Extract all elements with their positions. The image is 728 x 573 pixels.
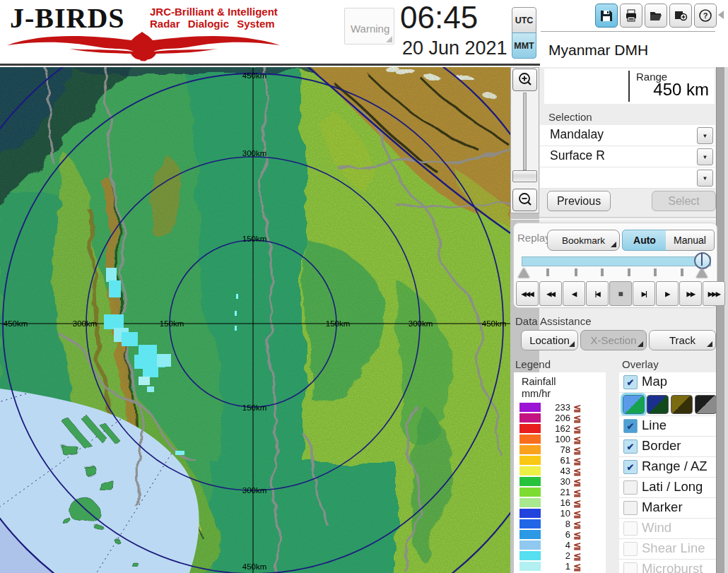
checkbox-unchecked[interactable] <box>623 501 638 515</box>
zoom-slider-handle[interactable] <box>512 170 537 182</box>
zoom-in-button[interactable] <box>512 69 537 91</box>
overlay-item-marker[interactable]: Marker <box>619 497 716 518</box>
legend-row: 10≦ <box>514 508 606 519</box>
map-style-olive-dark-button[interactable] <box>671 395 693 414</box>
checkbox-unchecked[interactable] <box>623 521 638 536</box>
legend-value: 10 <box>544 508 570 519</box>
checkbox-checked[interactable]: ✔ <box>623 419 638 433</box>
manual-button[interactable]: Manual <box>666 230 715 251</box>
chevron-down-icon[interactable]: ▼ <box>697 148 713 165</box>
radar-map[interactable]: 450km 300km 150km 150km 300km 450km 450k… <box>0 67 510 573</box>
legend-color-swatch <box>519 488 541 497</box>
step-forward-button[interactable]: ▶| <box>633 281 655 306</box>
legend-value: 100 <box>544 434 570 444</box>
overlay-item-label: Border <box>642 438 681 454</box>
x-section-button[interactable]: X-Section <box>580 330 647 350</box>
chevron-down-icon[interactable]: ▼ <box>697 127 713 144</box>
ring-label: 450km <box>4 319 28 328</box>
playback-controls: ◀◀◀◀◀◀|◀■▶|▶▶▶▶▶▶ <box>516 281 725 306</box>
save-button[interactable] <box>595 4 618 28</box>
overlay-item-range-az[interactable]: ✔Range / AZ <box>619 456 716 477</box>
slider-start-marker[interactable] <box>518 268 529 278</box>
map-style-blue-green-button[interactable] <box>623 395 645 414</box>
map-style-black-gray-button[interactable] <box>695 395 716 414</box>
legend-row: 4≦ <box>514 540 606 550</box>
legend-color-swatch <box>519 540 541 550</box>
open-folder-button[interactable] <box>645 4 667 28</box>
fast-forward-button[interactable]: ▶▶ <box>679 281 702 306</box>
range-value: 450 km <box>653 80 709 100</box>
overlay-item-border[interactable]: ✔Border <box>619 436 716 456</box>
overlay-label: Overlay <box>622 358 659 370</box>
map-style-row <box>619 392 716 415</box>
panel-collapse-arrow-icon[interactable] <box>718 11 724 19</box>
warning-button-label: Warning <box>351 23 389 35</box>
slider-tick <box>575 268 577 276</box>
checkbox-checked[interactable]: ✔ <box>623 439 638 454</box>
dropdown-site-value: Mandalay <box>550 127 604 142</box>
overlay-item-microburst[interactable]: Microburst <box>619 559 716 573</box>
help-button[interactable]: ? <box>694 4 717 28</box>
dropdown-product[interactable]: Surface R ▼ <box>540 146 715 167</box>
checkbox-checked[interactable]: ✔ <box>623 375 638 389</box>
zoom-slider-track[interactable] <box>523 93 527 170</box>
slider-tick <box>681 268 683 276</box>
checkbox-unchecked[interactable] <box>623 562 638 573</box>
svg-text:?: ? <box>703 11 708 20</box>
zoom-out-button[interactable] <box>512 189 537 211</box>
warning-button[interactable]: Warning <box>344 8 394 45</box>
previous-button[interactable]: Previous <box>547 191 611 211</box>
overlay-item-shear-line[interactable]: Shear Line <box>619 538 716 559</box>
play-button[interactable]: ▶ <box>656 281 679 306</box>
overlay-item-lati-long[interactable]: Lati / Long <box>619 477 716 497</box>
slider-end-marker[interactable] <box>696 268 708 278</box>
logo-tagline-2: Radar Dialogic System <box>150 18 275 29</box>
checkbox-unchecked[interactable] <box>623 542 638 556</box>
legend-row: 2≦ <box>514 550 606 561</box>
location-button[interactable]: Location <box>521 330 578 350</box>
stop-button[interactable]: ■ <box>609 281 632 306</box>
legend-leq-symbol: ≦ <box>573 561 581 572</box>
jump-to-end-button[interactable]: ▶▶▶ <box>703 281 725 306</box>
step-backward-button[interactable]: |◀ <box>586 281 609 306</box>
replay-slider-track[interactable] <box>522 256 711 266</box>
legend-row: 162≦ <box>514 423 606 434</box>
track-button[interactable]: Track <box>649 330 716 350</box>
ring-label: 150km <box>160 319 184 328</box>
checkbox-unchecked[interactable] <box>623 480 638 495</box>
dropdown-product-value: Surface R <box>550 148 605 163</box>
timezone-mmt-button[interactable]: MMT <box>512 33 536 59</box>
slider-tick <box>601 268 604 276</box>
dropdown-extra[interactable]: ▼ <box>540 167 715 189</box>
add-image-button[interactable] <box>669 4 692 28</box>
select-button[interactable]: Select <box>652 191 716 211</box>
slider-tick <box>628 268 630 276</box>
overlay-item-wind[interactable]: Wind <box>619 518 716 538</box>
legend-leq-symbol: ≦ <box>573 455 581 466</box>
checkbox-checked[interactable]: ✔ <box>623 460 638 474</box>
legend-row: 16≦ <box>514 497 606 508</box>
chevron-down-icon[interactable]: ▼ <box>697 170 713 187</box>
jump-to-start-button[interactable]: ◀◀◀ <box>516 281 539 306</box>
legend-leq-symbol: ≦ <box>573 413 581 424</box>
logo-tagline-1: JRC-Brilliant & Intelligent <box>150 6 278 17</box>
clock-date: 20 Jun 2021 <box>402 37 507 59</box>
legend-value: 1 <box>544 561 570 572</box>
play-reverse-button[interactable]: ◀ <box>563 281 585 306</box>
dropdown-site[interactable]: Mandalay ▼ <box>540 125 715 146</box>
auto-button[interactable]: Auto <box>622 230 667 251</box>
zoom-out-icon <box>517 192 533 208</box>
legend-row: 8≦ <box>514 519 606 529</box>
legend-color-swatch <box>519 509 541 518</box>
map-style-navy-darkgreen-button[interactable] <box>647 395 669 414</box>
bookmark-button[interactable]: Bookmark <box>547 230 620 251</box>
overlay-item-map[interactable]: ✔Map <box>619 372 716 392</box>
legend-row: 78≦ <box>514 444 606 455</box>
ring-label: 450km <box>242 71 267 80</box>
fast-rewind-button[interactable]: ◀◀ <box>539 281 562 306</box>
timezone-utc-button[interactable]: UTC <box>512 7 536 33</box>
print-button[interactable] <box>620 4 642 28</box>
legend-color-swatch <box>519 466 541 475</box>
overlay-item-line[interactable]: ✔Line <box>619 415 716 436</box>
replay-slider-handle[interactable] <box>694 252 711 269</box>
